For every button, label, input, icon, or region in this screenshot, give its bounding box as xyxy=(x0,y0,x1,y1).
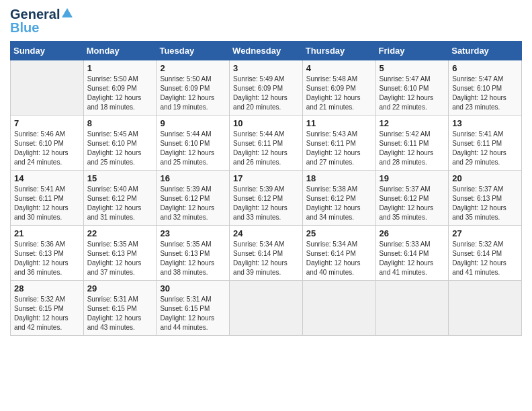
day-cell: 4Sunrise: 5:48 AM Sunset: 6:09 PM Daylig… xyxy=(302,60,375,116)
day-detail: Sunrise: 5:32 AM Sunset: 6:15 PM Dayligh… xyxy=(14,295,80,332)
day-detail: Sunrise: 5:47 AM Sunset: 6:10 PM Dayligh… xyxy=(452,75,518,112)
day-detail: Sunrise: 5:49 AM Sunset: 6:09 PM Dayligh… xyxy=(233,75,299,112)
day-cell: 12Sunrise: 5:42 AM Sunset: 6:11 PM Dayli… xyxy=(375,116,449,171)
day-number: 19 xyxy=(380,173,445,183)
day-cell xyxy=(375,281,449,336)
header: General Blue xyxy=(10,7,522,36)
day-detail: Sunrise: 5:44 AM Sunset: 6:10 PM Dayligh… xyxy=(160,130,226,167)
day-cell: 13Sunrise: 5:41 AM Sunset: 6:11 PM Dayli… xyxy=(449,116,522,171)
week-row-5: 28Sunrise: 5:32 AM Sunset: 6:15 PM Dayli… xyxy=(11,281,522,336)
week-row-4: 21Sunrise: 5:36 AM Sunset: 6:13 PM Dayli… xyxy=(11,226,522,281)
logo-text-blue: Blue xyxy=(10,20,39,36)
day-cell: 8Sunrise: 5:45 AM Sunset: 6:10 PM Daylig… xyxy=(83,116,157,171)
day-detail: Sunrise: 5:42 AM Sunset: 6:11 PM Dayligh… xyxy=(380,130,445,167)
day-number: 27 xyxy=(452,228,518,238)
day-number: 2 xyxy=(160,63,226,73)
day-cell xyxy=(230,281,303,336)
day-detail: Sunrise: 5:39 AM Sunset: 6:12 PM Dayligh… xyxy=(160,185,226,222)
day-number: 26 xyxy=(380,228,445,238)
day-detail: Sunrise: 5:46 AM Sunset: 6:10 PM Dayligh… xyxy=(14,130,80,167)
day-number: 7 xyxy=(14,118,80,128)
day-cell: 3Sunrise: 5:49 AM Sunset: 6:09 PM Daylig… xyxy=(230,60,303,116)
logo-text-general: General xyxy=(10,7,60,21)
calendar-table: SundayMondayTuesdayWednesdayThursdayFrid… xyxy=(10,41,522,336)
day-number: 12 xyxy=(380,118,445,128)
day-detail: Sunrise: 5:33 AM Sunset: 6:14 PM Dayligh… xyxy=(380,240,445,277)
day-cell: 29Sunrise: 5:31 AM Sunset: 6:15 PM Dayli… xyxy=(83,281,157,336)
day-detail: Sunrise: 5:32 AM Sunset: 6:14 PM Dayligh… xyxy=(452,240,518,277)
day-cell: 28Sunrise: 5:32 AM Sunset: 6:15 PM Dayli… xyxy=(11,281,84,336)
svg-marker-0 xyxy=(62,8,73,17)
day-number: 15 xyxy=(87,173,153,183)
day-detail: Sunrise: 5:35 AM Sunset: 6:13 PM Dayligh… xyxy=(160,240,226,277)
day-cell: 21Sunrise: 5:36 AM Sunset: 6:13 PM Dayli… xyxy=(11,226,84,281)
day-cell: 7Sunrise: 5:46 AM Sunset: 6:10 PM Daylig… xyxy=(11,116,84,171)
day-cell: 23Sunrise: 5:35 AM Sunset: 6:13 PM Dayli… xyxy=(157,226,230,281)
logo: General Blue xyxy=(10,7,73,36)
header-cell-thursday: Thursday xyxy=(302,42,375,60)
day-cell: 19Sunrise: 5:37 AM Sunset: 6:12 PM Dayli… xyxy=(375,171,449,226)
day-number: 10 xyxy=(233,118,299,128)
day-detail: Sunrise: 5:31 AM Sunset: 6:15 PM Dayligh… xyxy=(160,295,226,332)
day-number: 18 xyxy=(306,173,372,183)
week-row-1: 1Sunrise: 5:50 AM Sunset: 6:09 PM Daylig… xyxy=(11,60,522,116)
day-detail: Sunrise: 5:39 AM Sunset: 6:12 PM Dayligh… xyxy=(233,185,299,222)
day-detail: Sunrise: 5:34 AM Sunset: 6:14 PM Dayligh… xyxy=(233,240,299,277)
day-cell xyxy=(449,281,522,336)
header-row: SundayMondayTuesdayWednesdayThursdayFrid… xyxy=(11,42,522,60)
day-cell: 17Sunrise: 5:39 AM Sunset: 6:12 PM Dayli… xyxy=(230,171,303,226)
header-cell-friday: Friday xyxy=(375,42,449,60)
calendar-header: SundayMondayTuesdayWednesdayThursdayFrid… xyxy=(11,42,522,60)
day-number: 4 xyxy=(306,63,372,73)
day-cell: 15Sunrise: 5:40 AM Sunset: 6:12 PM Dayli… xyxy=(83,171,157,226)
day-cell: 26Sunrise: 5:33 AM Sunset: 6:14 PM Dayli… xyxy=(375,226,449,281)
day-detail: Sunrise: 5:43 AM Sunset: 6:11 PM Dayligh… xyxy=(306,130,372,167)
day-cell: 10Sunrise: 5:44 AM Sunset: 6:11 PM Dayli… xyxy=(230,116,303,171)
day-detail: Sunrise: 5:48 AM Sunset: 6:09 PM Dayligh… xyxy=(306,75,372,112)
header-cell-sunday: Sunday xyxy=(11,42,84,60)
day-number: 8 xyxy=(87,118,153,128)
day-number: 20 xyxy=(452,173,518,183)
day-cell: 16Sunrise: 5:39 AM Sunset: 6:12 PM Dayli… xyxy=(157,171,230,226)
day-cell: 27Sunrise: 5:32 AM Sunset: 6:14 PM Dayli… xyxy=(449,226,522,281)
day-cell xyxy=(302,281,375,336)
day-cell: 9Sunrise: 5:44 AM Sunset: 6:10 PM Daylig… xyxy=(157,116,230,171)
logo-icon xyxy=(61,7,73,19)
header-cell-wednesday: Wednesday xyxy=(230,42,303,60)
day-number: 22 xyxy=(87,228,153,238)
day-number: 16 xyxy=(160,173,226,183)
day-number: 11 xyxy=(306,118,372,128)
header-cell-tuesday: Tuesday xyxy=(157,42,230,60)
day-detail: Sunrise: 5:34 AM Sunset: 6:14 PM Dayligh… xyxy=(306,240,372,277)
day-number: 1 xyxy=(87,63,153,73)
day-number: 21 xyxy=(14,228,80,238)
day-number: 17 xyxy=(233,173,299,183)
day-cell: 11Sunrise: 5:43 AM Sunset: 6:11 PM Dayli… xyxy=(302,116,375,171)
day-cell: 25Sunrise: 5:34 AM Sunset: 6:14 PM Dayli… xyxy=(302,226,375,281)
day-cell: 22Sunrise: 5:35 AM Sunset: 6:13 PM Dayli… xyxy=(83,226,157,281)
day-number: 30 xyxy=(160,283,226,293)
week-row-3: 14Sunrise: 5:41 AM Sunset: 6:11 PM Dayli… xyxy=(11,171,522,226)
day-detail: Sunrise: 5:50 AM Sunset: 6:09 PM Dayligh… xyxy=(87,75,153,112)
day-detail: Sunrise: 5:31 AM Sunset: 6:15 PM Dayligh… xyxy=(87,295,153,332)
day-number: 24 xyxy=(233,228,299,238)
day-number: 29 xyxy=(87,283,153,293)
header-cell-monday: Monday xyxy=(83,42,157,60)
day-detail: Sunrise: 5:50 AM Sunset: 6:09 PM Dayligh… xyxy=(160,75,226,112)
day-number: 25 xyxy=(306,228,372,238)
day-cell: 14Sunrise: 5:41 AM Sunset: 6:11 PM Dayli… xyxy=(11,171,84,226)
day-number: 28 xyxy=(14,283,80,293)
day-cell: 30Sunrise: 5:31 AM Sunset: 6:15 PM Dayli… xyxy=(157,281,230,336)
day-detail: Sunrise: 5:36 AM Sunset: 6:13 PM Dayligh… xyxy=(14,240,80,277)
day-detail: Sunrise: 5:45 AM Sunset: 6:10 PM Dayligh… xyxy=(87,130,153,167)
day-cell: 6Sunrise: 5:47 AM Sunset: 6:10 PM Daylig… xyxy=(449,60,522,116)
day-number: 9 xyxy=(160,118,226,128)
calendar-body: 1Sunrise: 5:50 AM Sunset: 6:09 PM Daylig… xyxy=(11,60,522,336)
day-number: 5 xyxy=(380,63,445,73)
day-cell: 18Sunrise: 5:38 AM Sunset: 6:12 PM Dayli… xyxy=(302,171,375,226)
day-detail: Sunrise: 5:41 AM Sunset: 6:11 PM Dayligh… xyxy=(452,130,518,167)
day-detail: Sunrise: 5:47 AM Sunset: 6:10 PM Dayligh… xyxy=(380,75,445,112)
week-row-2: 7Sunrise: 5:46 AM Sunset: 6:10 PM Daylig… xyxy=(11,116,522,171)
day-cell: 1Sunrise: 5:50 AM Sunset: 6:09 PM Daylig… xyxy=(83,60,157,116)
day-cell: 2Sunrise: 5:50 AM Sunset: 6:09 PM Daylig… xyxy=(157,60,230,116)
